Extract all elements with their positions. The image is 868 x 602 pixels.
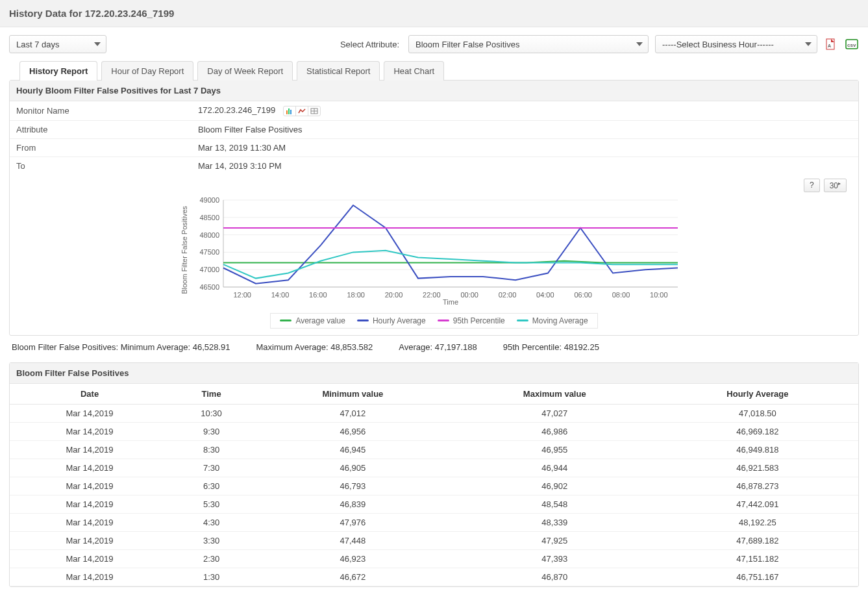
svg-text:A: A	[828, 44, 831, 48]
refresh-value: 30	[830, 181, 838, 190]
table-cell: 46,751.167	[657, 568, 858, 586]
table-cell: 48,192.25	[657, 513, 858, 531]
table-cell: Mar 14,2019	[10, 404, 169, 422]
col-header: Minimum value	[253, 384, 453, 405]
table-cell: 47,689.182	[657, 531, 858, 549]
table-cell: Mar 14,2019	[10, 458, 169, 477]
table-cell: Mar 14,2019	[10, 440, 169, 458]
svg-text:20:00: 20:00	[384, 291, 403, 299]
tab-statistical-report[interactable]: Statistical Report	[297, 61, 380, 81]
business-hour-value: -----Select Business Hour------	[662, 40, 774, 49]
business-hour-select[interactable]: -----Select Business Hour------	[655, 35, 817, 53]
svg-text:Bloom Filter False Positives: Bloom Filter False Positives	[180, 205, 188, 294]
attribute-select-value: Bloom Filter False Positives	[415, 40, 519, 49]
table-row: Mar 14,20192:3046,92347,39347,151.182	[10, 549, 858, 568]
svg-text:18:00: 18:00	[347, 291, 365, 299]
col-header: Hourly Average	[657, 384, 858, 405]
line-chart-icon[interactable]	[296, 107, 308, 116]
chart-help-button[interactable]: ?	[804, 179, 820, 192]
kv-value: Mar 13, 2019 11:30 AM	[198, 143, 286, 153]
attribute-label: Select Attribute:	[340, 40, 399, 49]
legend-item[interactable]: Moving Average	[517, 316, 588, 325]
kv-key: Attribute	[16, 125, 198, 134]
svg-text:08:00: 08:00	[612, 291, 630, 299]
table-row: Mar 14,20198:3046,94546,95546,949.818	[10, 440, 858, 458]
chevron-down-icon	[94, 42, 101, 46]
table-cell: 46,956	[253, 422, 453, 440]
kv-monitor-row: Monitor Name 172.20.23.246_7199	[10, 101, 858, 121]
svg-rect-5	[288, 108, 290, 114]
table-cell: 1:30	[169, 568, 253, 586]
table-cell: 46,905	[253, 458, 453, 477]
svg-text:47500: 47500	[199, 248, 219, 256]
table-cell: Mar 14,2019	[10, 513, 169, 531]
table-cell: 2:30	[169, 549, 253, 568]
table-cell: 46,921.583	[657, 458, 858, 477]
chart-refresh-button[interactable]: 30▸	[824, 179, 847, 192]
tab-history-report[interactable]: History Report	[19, 61, 97, 81]
svg-text:Time: Time	[442, 298, 458, 305]
chart-tools: ? 30▸	[10, 175, 858, 192]
monitor-name-value: 172.20.23.246_7199	[198, 105, 275, 115]
table-cell: Mar 14,2019	[10, 531, 169, 549]
kv-value: 172.20.23.246_7199	[198, 105, 321, 116]
table-cell: 47,018.50	[657, 404, 858, 422]
tab-heat-chart[interactable]: Heat Chart	[384, 61, 444, 81]
table-cell: 7:30	[169, 458, 253, 477]
data-table-panel: Bloom Filter False Positives DateTimeMin…	[9, 362, 859, 587]
legend-item[interactable]: 95th Percentile	[438, 316, 505, 325]
table-cell: 46,949.818	[657, 440, 858, 458]
table-cell: Mar 14,2019	[10, 549, 169, 568]
svg-text:16:00: 16:00	[309, 291, 327, 299]
summary-title: Hourly Bloom Filter False Positives for …	[10, 81, 858, 101]
kv-to-row: To Mar 14, 2019 3:10 PM	[10, 157, 858, 175]
table-cell: 47,448	[253, 531, 453, 549]
svg-rect-6	[290, 110, 291, 114]
chevron-down-icon	[636, 42, 643, 46]
svg-text:49000: 49000	[199, 196, 219, 204]
kv-key: From	[16, 143, 198, 153]
svg-text:00:00: 00:00	[460, 291, 478, 299]
kv-value: Bloom Filter False Positives	[198, 125, 302, 134]
export-csv-icon[interactable]: csv	[845, 38, 859, 51]
line-chart: 46500470004750048000485004900012:0014:00…	[178, 195, 691, 305]
table-cell: 4:30	[169, 513, 253, 531]
chart-area: 46500470004750048000485004900012:0014:00…	[10, 192, 858, 310]
export-pdf-icon[interactable]: A	[824, 38, 838, 51]
svg-text:47000: 47000	[199, 266, 219, 273]
table-cell: 10:30	[169, 404, 253, 422]
table-cell: 46,672	[253, 568, 453, 586]
svg-text:csv: csv	[847, 42, 856, 48]
legend-item[interactable]: Hourly Average	[357, 316, 426, 325]
stat-min: Bloom Filter False Positives: Minimum Av…	[12, 342, 230, 352]
monitor-mini-icons[interactable]	[283, 106, 321, 116]
table-cell: 9:30	[169, 422, 253, 440]
summary-panel: Hourly Bloom Filter False Positives for …	[9, 80, 859, 336]
kv-key: To	[16, 161, 198, 171]
table-cell: 46,793	[253, 477, 453, 495]
period-select[interactable]: Last 7 days	[9, 35, 106, 53]
table-cell: 46,944	[453, 458, 657, 477]
table-cell: Mar 14,2019	[10, 422, 169, 440]
attribute-select[interactable]: Bloom Filter False Positives	[408, 35, 649, 53]
table-cell: 47,925	[453, 531, 657, 549]
bar-chart-icon[interactable]	[284, 107, 296, 116]
col-header: Maximum value	[453, 384, 657, 405]
table-cell: 46,878.273	[657, 477, 858, 495]
table-cell: 46,955	[453, 440, 657, 458]
svg-text:04:00: 04:00	[536, 291, 554, 299]
period-select-value: Last 7 days	[16, 40, 60, 49]
svg-text:14:00: 14:00	[271, 291, 289, 299]
table-row: Mar 14,20195:3046,83948,54847,442.091	[10, 495, 858, 513]
table-cell: Mar 14,2019	[10, 495, 169, 513]
page-title: History Data for 172.20.23.246_7199	[0, 0, 868, 27]
table-cell: 46,902	[453, 477, 657, 495]
tab-hour-of-day-report[interactable]: Hour of Day Report	[101, 61, 193, 81]
table-row: Mar 14,20193:3047,44847,92547,689.182	[10, 531, 858, 549]
legend-item[interactable]: Average value	[280, 316, 345, 325]
table-cell: 48,548	[453, 495, 657, 513]
grid-icon[interactable]	[308, 107, 320, 116]
table-cell: 47,012	[253, 404, 453, 422]
svg-text:48000: 48000	[199, 231, 219, 238]
tab-day-of-week-report[interactable]: Day of Week Report	[197, 61, 293, 81]
